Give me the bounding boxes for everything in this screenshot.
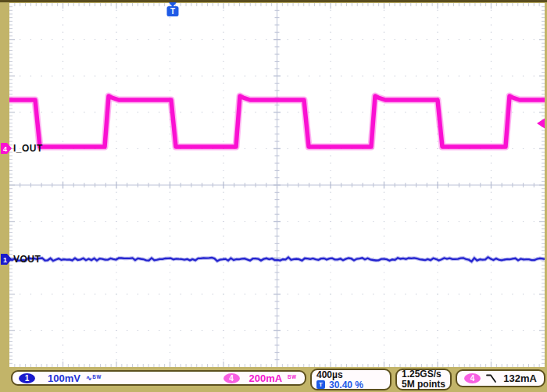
trigger-source-badge: 4 xyxy=(464,373,481,383)
trigger-position-percent: 30.40 % xyxy=(329,380,363,390)
trigger-position-icon: T xyxy=(316,380,325,389)
timebase-readout[interactable]: 400µs T 30.40 % xyxy=(310,369,391,390)
falling-edge-icon xyxy=(486,373,499,383)
record-length: 5M points xyxy=(402,380,445,390)
ch1-badge: 1 xyxy=(19,373,35,383)
ch1-coupling-bandwidth-icon: ∿ᴮᵂ xyxy=(86,374,102,382)
graticule-grid xyxy=(9,3,545,367)
ch4-badge: 4 xyxy=(223,373,240,383)
svg-text:4: 4 xyxy=(3,145,7,153)
vertical-scale-readout[interactable]: 1 100mV ∿ᴮᵂ 4 200mA ᴮᵂ xyxy=(11,370,306,386)
oscilloscope-screen: 41T I_OUT VOUT 1 100mV ∿ᴮᵂ 4 200mA ᴮᵂ 40… xyxy=(0,0,547,392)
graticule-display: 41T xyxy=(0,0,547,392)
ch4-scale: 200mA xyxy=(249,372,283,384)
ch1-scale: 100mV xyxy=(48,372,80,384)
acquisition-readout[interactable]: 1.25GS/s 5M points xyxy=(395,369,452,390)
trigger-level-value: 132mA xyxy=(503,372,537,384)
ch1-waveform-label: VOUT xyxy=(13,254,41,265)
svg-text:1: 1 xyxy=(3,256,7,264)
svg-text:T: T xyxy=(170,7,175,16)
ch4-waveform-label: I_OUT xyxy=(13,143,43,154)
timebase-scale: 400µs xyxy=(316,370,343,380)
ch4-bandwidth-icon: ᴮᵂ xyxy=(288,374,297,382)
trigger-readout[interactable]: 4 132mA xyxy=(456,369,545,387)
